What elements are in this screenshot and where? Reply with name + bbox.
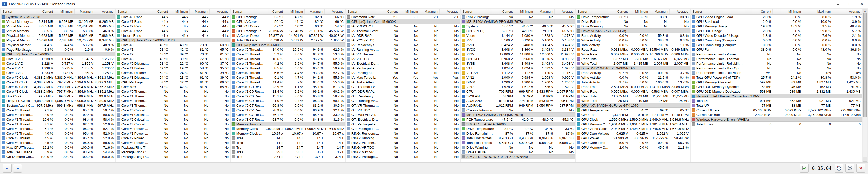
sensor-row[interactable]: Virtual Memory Available8,655 MB8,655 MB… (1, 24, 115, 28)
sensor-row[interactable]: Core #2 Thread #0 Usage6.1 %0.0 %96.2 %5… (1, 126, 115, 131)
sensor-row[interactable]: Virtual Memory Load33.5 %33.5 %53.8 %46.… (1, 28, 115, 33)
sensor-row[interactable]: Total Activity0.0 %0.0 %70.3 %1.1 % (576, 42, 690, 47)
sensor-row[interactable]: Core #0 Thread #1 C0 Residency5.2 %3.0 %… (231, 52, 345, 56)
sensor-row[interactable]: Core #2 Power Limit ExceededNoNoNoNo (116, 136, 230, 140)
sensor-row[interactable]: IA: Thermal EventNoNoNoNo (346, 28, 460, 33)
sensor-row[interactable]: IA: PROCHOTNoNoNoNo (346, 24, 460, 28)
sensor-row[interactable]: Core #1 Ratio44 x44 x44 x44 x (116, 19, 230, 24)
sensor-row[interactable]: Write Rate0.050 MB/s0.000 MB/s0.563 MB/s… (576, 89, 690, 94)
sensor-row[interactable]: Drive WarningNoNoNoNo (461, 145, 575, 150)
sensor-row[interactable]: GPU Memory Controller Load2.0 %0.0 %45.0… (576, 145, 690, 150)
sensor-row[interactable]: GPU Power31.993 W30.596 W112.299 W59.980… (576, 136, 690, 140)
sensor-row[interactable]: Tras35 T35 T35 T35 T (231, 150, 345, 154)
sensor-row[interactable]: CPU I/O0.960 V0.960 V0.976 V0.969 V (461, 56, 575, 61)
sensor-row[interactable]: Total DL921 MB452 MB921 MB921 MB (691, 98, 862, 103)
sensor-row[interactable]: Tcas14 T14 T14 T14 T (231, 136, 345, 140)
close-sensors-button[interactable]: × (856, 164, 865, 173)
sensor-row[interactable]: CPU (PECI)52.0 °C42.0 °C79.0 °C65.5 °C (461, 28, 575, 33)
sensor-row[interactable]: Core #0 Thermal ThrottlingNoNoNoNo (116, 89, 230, 94)
sensor-row[interactable]: GT: Running Average Thermal LimitNoNoNoN… (346, 98, 460, 103)
sensor-row[interactable]: Physical Memory Used5,623 MB5,622 MB8,69… (1, 33, 115, 38)
sensor-row[interactable]: IA: VR TDCNoNoNoNo (346, 56, 460, 61)
sensor-row[interactable]: Core #2 C7 Residency76.1 %0.0 %85.4 %33.… (231, 112, 345, 117)
sensor-row[interactable]: Core #248 °C39 °C76 °C61 °C (116, 52, 230, 56)
sensor-row[interactable]: AVCC3.424 V3.408 V3.424 V3.424 V (461, 42, 575, 47)
sensor-row[interactable]: AUXFAN0818 RPM774 RPM843 RPM805 RPM (461, 98, 575, 103)
sensor-row[interactable]: GPU Core Load5.0 %0.0 %100.0 %56.7 % (576, 140, 690, 145)
sensor-row[interactable]: Drive Remaining Life87 %87 %87 %87 % (461, 131, 575, 136)
sensor-row[interactable]: Core Max51 °C42 °C81 °C65 °C (116, 84, 230, 89)
sensor-row[interactable]: Total GPU Power (% of TDP)25.7 %24.1 %80… (691, 75, 862, 80)
sensor-row[interactable]: Core 0 VID1.238 V1.174 V1.345 V1.260 V (1, 56, 115, 61)
sensor-row[interactable]: RING: Package-Level RAPLNoNoNoNo (346, 154, 460, 159)
sensor-row[interactable]: VIN21.000 V0.984 V1.008 V0.990 V (461, 75, 575, 80)
sensor-row[interactable]: Physical Memory Load34.4 %34.4 %53.2 %48… (1, 42, 115, 47)
sensor-row[interactable]: Core #3 Thread #1 Usage3.5 %0.0 %96.6 %5… (1, 140, 115, 145)
sensor-row[interactable]: Read Activity9.7 %0.0 %100.0 %13.7 % (576, 70, 690, 75)
sensor-row[interactable]: Memory Clock Ratio10.67 x10.67 x10.67 x1… (231, 131, 345, 136)
sensor-row[interactable]: IA: Turbo Attenuation (Multi-Core)NoNoNo… (346, 80, 460, 84)
sensor-row[interactable]: Write Activity0.0 %0.0 %38.8 %0.3 % (576, 38, 690, 42)
scroll-down-icon[interactable]: ▼ (863, 157, 867, 162)
sensor-row[interactable]: Core 2 VID1.238 V0.735 V1.355 V1.260 V (1, 66, 115, 70)
scrollbar-track[interactable] (863, 13, 867, 157)
sensor-row[interactable]: Core #346 °C39 °C77 °C61 °C (116, 56, 230, 61)
sensor-row[interactable]: IA: PCS (PECI)NoNoNoNo (346, 38, 460, 42)
sensor-row[interactable]: Core 1 VID1.228 V0.727 V1.355 V1.258 V (1, 61, 115, 66)
sensor-row[interactable]: GT: VR Thermal AlertNoNoNoNo (346, 103, 460, 108)
sensor-group-header[interactable]: Drive: WDC WD10EZEX-08WN4A0 (576, 66, 690, 70)
sensor-row[interactable]: Write Total2,007 MB1,415 MB2,007 MB2,007… (576, 61, 690, 66)
maximize-button[interactable]: □ (844, 0, 856, 8)
sensor-row[interactable]: Virtual Memory Committed6,314 MB6,298 MB… (1, 19, 115, 24)
sensor-row[interactable]: GPU Fan38.0 %0.0 %48.0 %36.8 % (691, 47, 862, 52)
sensor-row[interactable]: On-Demand Clock Modulation100.0 %100.0 %… (1, 154, 115, 159)
sensor-row[interactable]: Drive Temperature33 °C32 °C33 °C33 °C (576, 14, 690, 19)
titlebar[interactable]: HWiNFO64 v5.82-3410 Sensor Status – □ × (0, 0, 868, 8)
sensor-row[interactable]: +12V12.000 V11.808 V12.000 V11.928 V (461, 52, 575, 56)
sensor-row[interactable]: Core #2 Ratio44 x8 x44 x44 x (116, 24, 230, 28)
sensor-row[interactable]: GPU Computing (Compute_1) Usage0.0 %0.0 … (691, 42, 862, 47)
sensor-group-header[interactable]: CPU [#0]: Intel Core i5-6600K (1, 52, 115, 56)
sensor-row[interactable]: RING: VR TDCNoNoNoNo (346, 145, 460, 150)
sensor-group-header[interactable]: S.M.A.R.T.: ADATA SP600 (461, 122, 575, 126)
sensor-row[interactable]: Core #2 C0 Residency15.1 %8.0 %95.8 %58.… (231, 94, 345, 98)
sensor-row[interactable]: Trp14 T14 T14 T14 T (231, 145, 345, 150)
sensor-row[interactable]: GT: Package-Level PL1, PL2NoNoNoNo (346, 126, 460, 131)
sensor-row[interactable]: Core #2 Thread #1 Usage4.0 %0.0 %95.4 %5… (1, 131, 115, 136)
sensor-row[interactable]: Core #0 Thread #0 C0 Residency14.0 %10.5… (231, 47, 345, 52)
sensor-row[interactable]: Core #3 Thread #0 Usage4.5 %0.0 %95.4 %5… (1, 136, 115, 140)
sensor-row[interactable]: Performance Limit - UtilizationYesNoYesY… (691, 70, 862, 75)
sensor-row[interactable]: Core #0 Ratio44 x44 x44 x44 x (116, 14, 230, 19)
sensor-group-header[interactable]: CPU [#0]: Intel Core i5-6600K: DTS (116, 38, 230, 42)
sensor-row[interactable]: Write Activity0.0 %0.0 %21.5 %0.4 % (576, 75, 690, 80)
sensor-row[interactable]: Core #1 C7 Residency78.9 %0.0 %86.9 %32.… (231, 108, 345, 112)
sensor-row[interactable]: Core #1 Distance to TjMAX49 °C19 °C58 °C… (116, 66, 230, 70)
sensor-row[interactable]: 3VCC3.408 V3.360 V3.408 V3.384 V (461, 47, 575, 52)
sensor-row[interactable]: GT: Package-Level RAPLNoNoNoNo (346, 122, 460, 126)
sensor-row[interactable]: 3VSB3.408 V3.408 V3.408 V3.408 V (461, 61, 575, 66)
sensor-row[interactable]: VCCSA1.112 V1.112 V1.120 V1.116 V (461, 70, 575, 75)
scroll-up-icon[interactable]: ▲ (863, 9, 867, 13)
sensor-row[interactable]: Vcore1.144 V1.080 V1.328 V1.278 V (461, 33, 575, 38)
sensor-row[interactable]: Max CPU/Thread Usage15.2 %0.0 %100.0 %71… (1, 145, 115, 150)
sensor-row[interactable]: Write Total25 MB10 MB25 MB25 MB (576, 98, 690, 103)
sensor-row[interactable]: System48.0 °C41.0 °C49.0 °C45.5 °C (461, 24, 575, 28)
sensor-row[interactable]: Read Rate0.013 MB/s0.000 MB/s39.594 MB/s… (576, 47, 690, 52)
sensor-row[interactable]: IA: Max Turbo LimitYesYesYesYes (346, 75, 460, 80)
sensor-group-header[interactable]: Memory Timings (231, 122, 345, 126)
sensor-row[interactable]: Memory Clock1,063.8 MHz1,062.8 MHz1,065.… (231, 126, 345, 131)
reset-clock-button[interactable] (835, 164, 843, 173)
sensor-row[interactable]: GPU Video Engine Load2.0 %0.0 %8.0 %1.9 … (691, 14, 862, 19)
sensor-row[interactable]: GT: Electrical Design PointNoNoNoNo (346, 117, 460, 122)
sensor-row[interactable]: Performance Limit - ThermalNoNoNoNo (691, 56, 862, 61)
sensor-row[interactable]: Drive Temperature34 °C32 °C34 °C33 °C (461, 126, 575, 131)
sensor-row[interactable]: Core #2 Thermal ThrottlingNoNoNoNo (116, 98, 230, 103)
sensor-row[interactable]: Core #3 Distance to TjMAX54 °C23 °C61 °C… (116, 75, 230, 80)
sensor-row[interactable]: Trfc374 T374 T374 T374 T (231, 154, 345, 159)
sensor-row[interactable]: Package/Ring Power Limit ExceededNoNoNoN… (116, 154, 230, 159)
sensor-row[interactable]: CPU Package Power20.396 W17.643 W71.131 … (231, 28, 345, 33)
sensor-row[interactable]: Performance Limit - PowerNoNoNoNo (691, 52, 862, 56)
sensor-row[interactable]: Core #1 Thread #1 Usage3.1 %0.0 %92.4 %5… (1, 122, 115, 126)
sensor-row[interactable]: Read Total6,377 MB6,286 MB6,377 MB6,377 … (576, 56, 690, 61)
sensor-row[interactable]: GT: Max VR Voltage, ICCmaxNoNoNoNo (346, 112, 460, 117)
